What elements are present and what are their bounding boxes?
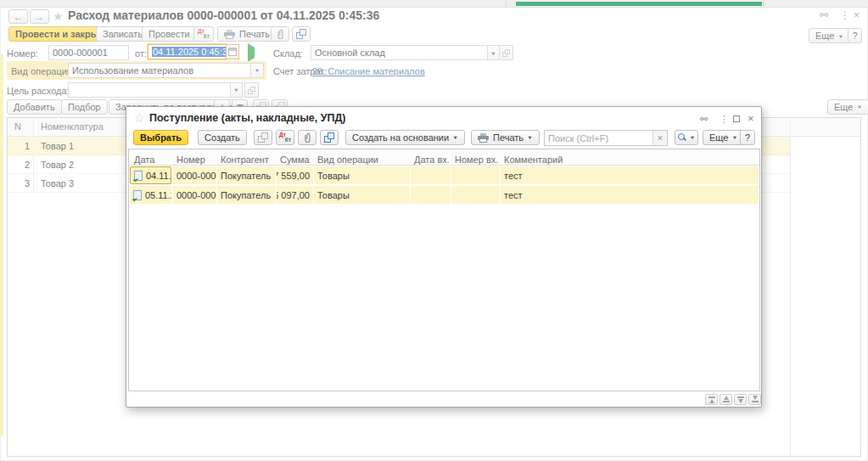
sum-cell[interactable]: 17 559,00 [277, 166, 313, 184]
pick-button[interactable]: Подбор [61, 99, 108, 115]
column-header-n[interactable]: N [14, 121, 21, 132]
up-triangle-icon [724, 396, 729, 400]
cost-account-link[interactable]: 26, Списание материалов [312, 66, 425, 76]
items-more-button[interactable]: Еще▼ [827, 99, 868, 115]
warehouse-label: Склад: [273, 48, 303, 59]
date-field[interactable]: 04.11.2025 0:45:36 [148, 44, 227, 59]
modal-title: Поступление (акты, накладные, УПД) [149, 112, 346, 124]
table-row[interactable]: 04.11.2025 0000-000001 Покупатель 17 559… [130, 166, 759, 185]
purpose-label: Цель расхода: [7, 86, 70, 96]
copy-button[interactable] [254, 130, 272, 145]
row-number: 1 [8, 141, 33, 151]
window-more-button[interactable]: Еще▼ [809, 28, 850, 43]
purpose-field[interactable] [68, 82, 231, 98]
chevron-down-icon: ▼ [837, 33, 843, 38]
purpose-open-button[interactable] [244, 82, 259, 98]
clear-search-button[interactable]: ✕ [652, 131, 667, 145]
printer-icon [478, 133, 489, 143]
table-row[interactable]: 05.11.2025 0000-000003 Покупатель 125 09… [130, 186, 759, 205]
operation-cell[interactable]: Товары [314, 186, 410, 204]
warehouse-open-button[interactable] [499, 45, 513, 60]
comment-cell[interactable]: тест [501, 166, 759, 184]
posted-document-icon [134, 171, 143, 181]
menu-dots-icon[interactable]: ⋮ [840, 10, 850, 20]
operation-cell[interactable]: Товары [314, 166, 410, 184]
select-button[interactable]: Выбрать [133, 130, 188, 145]
go-down-button[interactable] [734, 394, 747, 405]
date-cell[interactable]: 05.11.2025 [130, 186, 171, 204]
number-in-cell[interactable] [451, 186, 500, 204]
operation-field[interactable]: Использование материалов [68, 63, 251, 78]
go-first-button[interactable] [705, 394, 718, 405]
number-cell[interactable]: 0000-000001 [173, 166, 216, 184]
column-divider [790, 118, 791, 456]
sum-cell[interactable]: 125 097,00 [277, 186, 313, 204]
window-help-button[interactable]: ? [848, 28, 862, 43]
debit-credit-button[interactable]: ДтКт [276, 130, 294, 145]
add-row-button[interactable]: Добавить [7, 99, 62, 115]
post-button[interactable]: Провести [142, 26, 197, 42]
date-cell[interactable]: 04.11.2025 [130, 166, 171, 184]
go-last-button[interactable] [748, 394, 761, 405]
attachments-button[interactable] [271, 26, 289, 42]
number-label: Номер: [7, 48, 38, 59]
number-in-cell[interactable] [451, 166, 500, 184]
close-icon[interactable]: × [748, 113, 754, 124]
number-field[interactable]: 0000-000001 [48, 45, 129, 60]
link-icon[interactable]: ⚯ [820, 10, 828, 20]
paperclip-icon [276, 29, 285, 40]
modal-more-button[interactable]: Еще▼ [703, 130, 744, 145]
column-header-nomenclature[interactable]: Номенклатура [41, 121, 104, 132]
close-icon[interactable]: × [854, 10, 860, 20]
set-current-date-button[interactable] [248, 48, 255, 58]
browser-tab-strip [0, 0, 868, 8]
menu-dots-icon[interactable]: ⋮ [720, 115, 729, 124]
copy-icon [258, 132, 268, 143]
printer-icon [224, 30, 235, 39]
operation-label: Вид операции: [11, 66, 75, 76]
back-button[interactable]: ← [8, 9, 28, 24]
bar-icon [737, 396, 744, 398]
document-structure-button[interactable] [320, 130, 339, 145]
attachments-button[interactable] [298, 130, 316, 145]
debit-credit-button[interactable]: ДтКт [193, 26, 214, 42]
date-in-cell[interactable] [411, 186, 451, 204]
date-in-cell[interactable] [411, 166, 451, 184]
counterparty-cell[interactable]: Покупатель [217, 186, 276, 204]
print-button[interactable]: Печать▼ [471, 130, 540, 145]
go-first-icon [708, 396, 715, 398]
number-cell[interactable]: 0000-000003 [173, 186, 216, 204]
search-box: ✕ [544, 130, 668, 146]
document-structure-button[interactable] [292, 26, 311, 42]
create-button[interactable]: Создать [198, 130, 247, 145]
chevron-down-icon: ▼ [255, 68, 260, 73]
row-nomenclature: Товар 1 [33, 141, 74, 151]
receipt-list: Дата Номер↓ Контрагент Сумма Вид операци… [128, 149, 760, 391]
forward-arrow-icon: → [35, 12, 45, 22]
tab-separator [763, 0, 764, 7]
row-nomenclature: Товар 3 [33, 178, 74, 188]
search-input[interactable] [545, 131, 652, 145]
sort-desc-icon: ↓ [195, 155, 199, 164]
warehouse-field[interactable]: Основной склад [311, 45, 488, 60]
modal-help-button[interactable]: ? [740, 130, 755, 145]
counterparty-cell[interactable]: Покупатель [217, 166, 276, 184]
comment-cell[interactable]: тест [501, 186, 759, 204]
chevron-down-icon: ▼ [452, 135, 458, 140]
search-options-button[interactable]: ▼ [675, 130, 698, 145]
favorite-star-icon[interactable]: ☆ [134, 112, 145, 124]
related-documents-icon [296, 29, 306, 39]
green-arrow-icon [248, 43, 255, 62]
create-based-on-button[interactable]: Создать на основании▼ [345, 130, 465, 145]
calendar-button[interactable] [226, 44, 239, 59]
forward-button[interactable]: → [30, 9, 49, 24]
operation-dropdown-button[interactable]: ▼ [250, 63, 264, 78]
maximize-icon[interactable] [733, 115, 740, 122]
favorite-star-icon[interactable]: ★ [53, 10, 64, 22]
warehouse-dropdown-button[interactable]: ▼ [487, 45, 500, 60]
link-icon[interactable]: ⚯ [700, 115, 708, 124]
go-up-button[interactable] [720, 394, 732, 405]
purpose-dropdown-button[interactable]: ▼ [230, 82, 243, 98]
chevron-down-icon: ▼ [527, 135, 533, 140]
active-tab-indicator [516, 2, 762, 6]
